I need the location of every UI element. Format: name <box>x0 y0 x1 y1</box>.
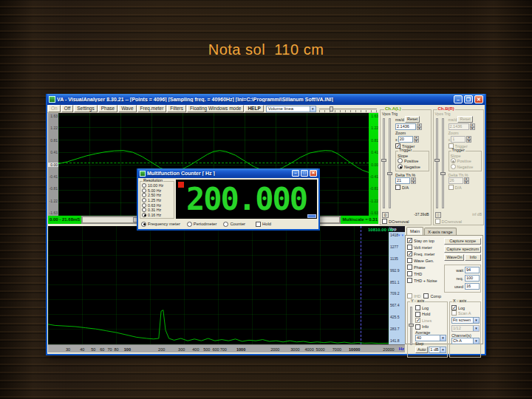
channel-b-da-checkbox[interactable]: D/A <box>449 185 482 190</box>
channel-b-slope-negative[interactable]: Negative <box>451 164 481 169</box>
resolution-option-2-50-hz[interactable]: 2.50 Hz <box>142 193 174 197</box>
channel-b-msd-input[interactable]: 2.1436 <box>449 123 469 130</box>
auto-button[interactable]: Auto <box>415 347 428 353</box>
field-value[interactable]: 16 <box>465 283 480 290</box>
channel-a-trig-slider[interactable] <box>389 118 391 208</box>
resolution-option-5-00-hz[interactable]: 5.00 Hz <box>142 188 174 193</box>
channel-b-zoom-input[interactable]: 1 <box>451 136 466 143</box>
check-comp[interactable]: Comp <box>423 293 441 299</box>
volume-select[interactable]: Volume linea <box>266 106 316 112</box>
spinner[interactable] <box>464 177 469 184</box>
channel-select[interactable]: Ch A <box>451 338 480 344</box>
y-axis-slider[interactable] <box>410 307 412 345</box>
toolbar-button-filters[interactable]: Filters <box>167 105 186 112</box>
channel-a-zoom-input[interactable]: 20 <box>398 136 413 143</box>
slider-thumb[interactable] <box>440 172 446 175</box>
toolbar-button-phase[interactable]: Phase <box>98 105 117 112</box>
y-lines-checkbox[interactable]: Lines <box>415 318 446 323</box>
channel-b-slope-positive[interactable]: Positive <box>451 158 481 163</box>
toolbar-button-floating-windows-mode[interactable]: Floating Windows mode <box>187 105 244 112</box>
channel-a-dcremoval-checkbox[interactable]: DCremoval <box>382 219 429 224</box>
capture-scope-button[interactable]: Capture scope <box>444 238 481 245</box>
close-button[interactable]: ✕ <box>474 95 483 103</box>
fraction-select[interactable]: 1/12 <box>451 325 480 332</box>
channel-a-slope-positive[interactable]: Positive <box>398 158 428 163</box>
capture-spectrum-button[interactable]: Capture spectrum <box>444 246 481 253</box>
channel-a-reset-button[interactable]: Reset <box>405 116 420 123</box>
slider-thumb[interactable] <box>409 324 414 327</box>
spinner-down-icon[interactable] <box>411 181 416 185</box>
spinner-down-icon[interactable] <box>466 140 471 143</box>
slider-thumb[interactable] <box>387 172 392 175</box>
slider-thumb[interactable] <box>330 106 333 112</box>
check-thd[interactable]: THD <box>407 271 444 276</box>
counter-maximize-button[interactable]: □ <box>301 170 308 177</box>
dropdown-arrow-icon[interactable] <box>440 335 446 341</box>
spinner-down-icon[interactable] <box>417 127 422 131</box>
channel-b-vpos-slider[interactable] <box>436 118 438 208</box>
channel-a-da-checkbox[interactable]: D/A <box>395 185 429 190</box>
spinner-down-icon[interactable] <box>470 127 475 131</box>
average-select[interactable]: 40 <box>415 335 446 341</box>
dropdown-arrow-icon[interactable] <box>440 347 446 352</box>
resolution-option-0-31-hz[interactable]: 0.31 Hz <box>142 208 174 212</box>
spinner-down-icon[interactable] <box>414 140 419 143</box>
check-freq-meter[interactable]: Freq. meter <box>407 251 444 256</box>
y-log-checkbox[interactable]: Log <box>415 305 446 310</box>
channel-b-reset-button[interactable]: Reset <box>457 116 472 123</box>
channel-a-slope-negative[interactable]: Negative <box>398 164 428 169</box>
x-log-checkbox[interactable]: Log <box>451 305 480 310</box>
volume-slider[interactable] <box>319 106 377 112</box>
resolution-option-0-16-hz[interactable]: 0.16 Hz <box>142 213 174 217</box>
dropdown-arrow-icon[interactable] <box>473 326 479 331</box>
info-button[interactable]: Info <box>465 254 481 261</box>
counter-titlebar[interactable]: Multifunction Counter [ Hz ] – □ ✕ <box>138 168 318 178</box>
spinner-down-icon[interactable] <box>464 181 469 185</box>
slider-thumb[interactable] <box>381 159 386 162</box>
check-ihd[interactable]: IHD <box>407 293 420 299</box>
window-titlebar[interactable]: VA - VisualAnalyser 8.30.21 -- [Points =… <box>47 94 485 105</box>
check-phase[interactable]: Phase <box>407 265 444 270</box>
resolution-option-0-63-hz[interactable]: 0.63 Hz <box>142 203 174 208</box>
channel-a-delta-input[interactable]: 21 <box>395 177 410 184</box>
restore-button[interactable]: ❐ <box>464 95 473 103</box>
toolbar-button-freq-meter[interactable]: Freq.meter <box>137 105 167 112</box>
check-wave-gen[interactable]: Wave Gen. <box>407 258 444 263</box>
mode-counter[interactable]: Counter <box>223 222 245 227</box>
channel-b-delta-input[interactable]: 26 <box>449 177 463 184</box>
dropdown-arrow-icon[interactable] <box>473 338 479 344</box>
hold-checkbox[interactable]: Hold <box>256 222 271 227</box>
step-select[interactable]: 1 dB <box>429 347 446 353</box>
counter-minimize-button[interactable]: – <box>292 170 299 177</box>
channel-b-dcremoval-checkbox[interactable]: DCremoval <box>435 219 482 224</box>
mode-frequency-meter[interactable]: Frequency meter <box>141 222 180 227</box>
counter-close-button[interactable]: ✕ <box>310 170 317 177</box>
spinner[interactable] <box>411 177 416 184</box>
channel-a-vpos-slider[interactable] <box>383 118 385 208</box>
y-hold-checkbox[interactable]: Hold <box>415 312 446 317</box>
channel-b-trig-slider[interactable] <box>442 118 444 208</box>
field-value[interactable]: 94 <box>465 267 480 273</box>
check-stay-on-top[interactable]: Stay on top <box>407 238 444 243</box>
slider-thumb[interactable] <box>434 159 440 162</box>
waveon-button[interactable]: WaveOn <box>444 254 464 261</box>
dropdown-arrow-icon[interactable] <box>473 318 479 323</box>
check-volt-meter[interactable]: Volt meter <box>407 245 444 250</box>
spinner[interactable] <box>466 136 471 143</box>
spinner[interactable] <box>414 136 419 143</box>
fit-screen-select[interactable]: Fit screen <box>451 317 480 324</box>
field-value[interactable]: 100 <box>465 275 480 282</box>
mode-periodmeter[interactable]: Periodmeter <box>187 222 217 227</box>
toolbar-button-wave[interactable]: Wave <box>118 105 136 112</box>
y-info-checkbox[interactable]: Info <box>415 324 446 330</box>
x-scan-checkbox[interactable]: Scan A <box>451 310 480 316</box>
resolution-option-10-00-hz[interactable]: 10.00 Hz <box>142 183 174 188</box>
dropdown-arrow-icon[interactable] <box>310 106 316 112</box>
check-thd-noise[interactable]: THD + Noise <box>407 278 444 283</box>
toolbar-button-on[interactable]: On <box>48 105 61 112</box>
toolbar-button-help[interactable]: HELP <box>245 105 263 112</box>
spinner[interactable] <box>470 123 475 130</box>
spinner[interactable] <box>417 123 422 130</box>
toolbar-button-off[interactable]: Off <box>61 105 74 112</box>
toolbar-button-settings[interactable]: Settings <box>74 105 98 112</box>
